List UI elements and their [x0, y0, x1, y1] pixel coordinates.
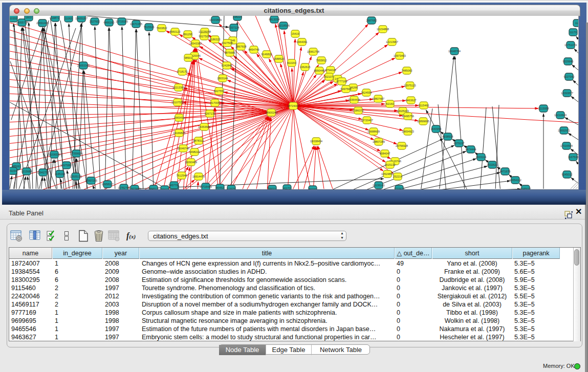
svg-text:10719185: 10719185 [116, 20, 128, 23]
svg-text:11170: 11170 [570, 31, 577, 34]
svg-text:20691406: 20691406 [36, 21, 49, 25]
svg-text:417005: 417005 [210, 101, 220, 104]
svg-text:18900243: 18900243 [265, 111, 277, 114]
svg-text:12942757: 12942757 [37, 171, 49, 174]
svg-text:20206536: 20206536 [48, 153, 60, 156]
svg-text:20355: 20355 [10, 17, 17, 20]
svg-text:9242848: 9242848 [222, 64, 232, 67]
svg-text:12923485: 12923485 [128, 187, 141, 190]
svg-text:19166825: 19166825 [173, 132, 185, 135]
svg-text:2718170: 2718170 [177, 70, 188, 73]
svg-text:12505135: 12505135 [70, 175, 82, 178]
svg-text:16033809: 16033809 [209, 18, 222, 21]
svg-text:3215958: 3215958 [538, 107, 549, 110]
svg-text:8813054: 8813054 [269, 18, 280, 21]
svg-text:10958117: 10958117 [101, 183, 114, 186]
svg-text:9327508: 9327508 [222, 41, 233, 45]
svg-text:9115460: 9115460 [419, 104, 429, 107]
svg-text:1964091: 1964091 [297, 40, 308, 43]
svg-text:8471676: 8471676 [500, 170, 511, 173]
svg-text:18724007: 18724007 [287, 104, 299, 107]
svg-text:9777169: 9777169 [337, 80, 347, 83]
svg-text:10688609: 10688609 [367, 130, 380, 133]
svg-text:12213967: 12213967 [386, 40, 398, 43]
svg-text:15495756: 15495756 [402, 115, 414, 118]
svg-text:1588520: 1588520 [274, 57, 285, 60]
svg-text:9227342: 9227342 [564, 75, 575, 78]
svg-text:15720407: 15720407 [361, 119, 373, 122]
svg-text:1621072: 1621072 [324, 75, 335, 78]
svg-text:10654112: 10654112 [509, 179, 521, 182]
svg-text:11063: 11063 [65, 17, 73, 20]
svg-text:7485063: 7485063 [402, 69, 412, 72]
svg-text:10973493: 10973493 [394, 54, 406, 57]
svg-text:9084047: 9084047 [380, 152, 390, 155]
svg-text:16914479: 16914479 [192, 175, 205, 178]
svg-text:9327506: 9327506 [199, 35, 210, 38]
svg-text:9463627: 9463627 [406, 99, 417, 102]
svg-text:1167533: 1167533 [568, 156, 579, 159]
svg-text:15419: 15419 [292, 32, 299, 35]
svg-text:1215684: 1215684 [21, 170, 32, 173]
svg-text:198224: 198224 [233, 16, 242, 18]
svg-text:822203: 822203 [287, 61, 296, 64]
svg-text:16961758: 16961758 [307, 50, 319, 53]
svg-text:3624554: 3624554 [361, 91, 372, 94]
svg-text:17359924: 17359924 [70, 152, 82, 155]
svg-text:9245632: 9245632 [520, 187, 531, 190]
svg-text:16046746: 16046746 [177, 147, 189, 150]
svg-text:17016504: 17016504 [560, 144, 573, 147]
svg-text:891295: 891295 [183, 33, 192, 36]
svg-text:2687682: 2687682 [366, 19, 377, 22]
svg-text:6794028: 6794028 [325, 69, 336, 72]
svg-text:8878312: 8878312 [193, 139, 204, 142]
svg-text:1362615: 1362615 [300, 65, 311, 69]
svg-text:7612540: 7612540 [177, 174, 187, 177]
svg-text:14136141: 14136141 [373, 184, 385, 187]
svg-text:13524851: 13524851 [381, 172, 394, 176]
svg-text:9329946: 9329946 [563, 60, 574, 63]
svg-text:19654923: 19654923 [402, 130, 414, 133]
svg-text:2933114: 2933114 [476, 156, 487, 159]
svg-text:8990448: 8990448 [314, 69, 325, 72]
svg-text:19218506: 19218506 [277, 24, 290, 27]
svg-text:3267130: 3267130 [205, 112, 215, 115]
svg-text:1640954: 1640954 [431, 127, 442, 130]
svg-text:90417: 90417 [161, 188, 169, 190]
svg-text:884512: 884512 [149, 187, 158, 190]
svg-text:19871: 19871 [52, 16, 59, 19]
svg-text:9245012: 9245012 [562, 173, 573, 176]
svg-text:10025433: 10025433 [397, 110, 409, 113]
svg-text:16093489: 16093489 [185, 161, 197, 164]
svg-text:12213369: 12213369 [172, 86, 185, 89]
svg-text:252214: 252214 [393, 175, 402, 178]
svg-text:12975115: 12975115 [404, 84, 416, 87]
svg-text:1498222: 1498222 [189, 150, 200, 154]
svg-text:9474444: 9474444 [466, 148, 476, 151]
svg-text:12675: 12675 [228, 187, 235, 190]
svg-text:39154: 39154 [9, 169, 17, 172]
svg-text:8960123: 8960123 [170, 30, 181, 33]
svg-text:7357224: 7357224 [229, 26, 239, 29]
svg-text:15751074: 15751074 [564, 43, 577, 47]
svg-text:9146821: 9146821 [262, 53, 272, 56]
svg-text:6466160: 6466160 [104, 21, 115, 24]
svg-text:20756928: 20756928 [396, 144, 408, 147]
svg-text:62160: 62160 [386, 102, 394, 105]
svg-text:16648784: 16648784 [448, 50, 461, 53]
svg-text:13975887: 13975887 [60, 164, 73, 167]
svg-text:29053346: 29053346 [77, 64, 90, 67]
svg-text:14353584: 14353584 [198, 125, 210, 128]
svg-text:16543382: 16543382 [189, 42, 202, 45]
svg-text:10107552: 10107552 [171, 101, 184, 104]
svg-text:1803: 1803 [26, 16, 32, 19]
svg-text:15692971: 15692971 [558, 129, 570, 132]
svg-text:9457791: 9457791 [169, 184, 180, 187]
svg-text:14055724: 14055724 [16, 21, 28, 24]
svg-text:20364436: 20364436 [348, 98, 360, 101]
svg-text:1615132: 1615132 [385, 163, 396, 166]
svg-text:7515526: 7515526 [144, 26, 155, 29]
svg-text:10655287: 10655287 [75, 17, 88, 20]
svg-text:12093877: 12093877 [561, 92, 573, 95]
svg-text:41172: 41172 [284, 187, 291, 190]
